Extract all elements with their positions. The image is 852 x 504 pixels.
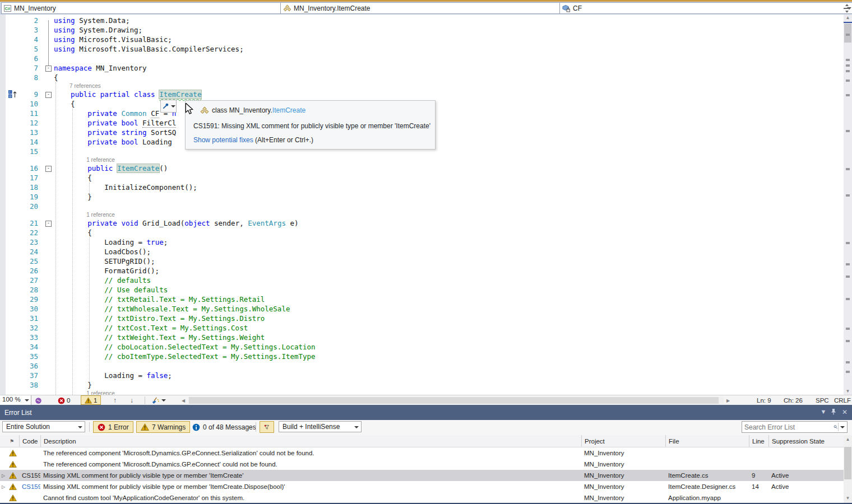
line-number[interactable]: 4 — [0, 35, 39, 44]
severity-flag-icon[interactable]: ⚑ — [7, 435, 19, 447]
error-row[interactable]: ▷ CS1591 Missing XML comment for publicl… — [0, 470, 844, 481]
code-line[interactable]: 24 LoadCbos(); — [0, 247, 844, 256]
error-row[interactable]: Cannot find custom tool 'MyApplicationCo… — [0, 492, 844, 503]
line-number[interactable]: 19 — [0, 193, 39, 201]
line-number[interactable]: 14 — [0, 138, 39, 146]
code-line[interactable]: 16- public ItemCreate() — [0, 164, 844, 173]
line-number[interactable]: 18 — [0, 183, 39, 192]
code-line[interactable]: 34 // cboLocation.SelectedText = My.Sett… — [0, 342, 844, 352]
row-expander[interactable]: ▷ — [0, 473, 7, 478]
code-line[interactable]: 36 — [0, 361, 844, 371]
code-line[interactable]: 3using System.Drawing; — [0, 25, 844, 35]
errors-filter-button[interactable]: 1 Error — [93, 421, 133, 433]
code-line[interactable]: 2using System.Data; — [0, 16, 844, 25]
code-cleanup-button[interactable] — [151, 395, 166, 405]
line-number[interactable]: 8 — [0, 73, 39, 82]
code-line[interactable]: 25 SETUPgRID(); — [0, 256, 844, 266]
code-line[interactable]: 19 } — [0, 192, 844, 202]
split-editor-handle[interactable] — [843, 4, 851, 13]
error-row[interactable]: ▷ CS1591 Missing XML comment for publicl… — [0, 481, 844, 492]
code-line[interactable]: 22 { — [0, 228, 844, 237]
error-list-scrollbar[interactable]: ▲ ▼ — [844, 435, 852, 503]
fold-toggle[interactable]: - — [45, 66, 52, 72]
intellicode-button[interactable] — [35, 395, 42, 405]
line-number[interactable]: 30 — [0, 305, 39, 313]
scroll-down-arrow[interactable]: ▼ — [844, 388, 852, 395]
type-dropdown[interactable]: MN_Inventory.ItemCreate — [280, 2, 569, 14]
code-line[interactable]: 31 // txtDistro.Text = My.Settings.Distr… — [0, 314, 844, 323]
code-line[interactable]: 32 // txtCost.Text = My.Settings.Cost — [0, 323, 844, 333]
close-icon[interactable]: ✕ — [841, 408, 849, 416]
code-line[interactable]: 38 } — [0, 380, 844, 390]
header-file[interactable]: File — [665, 435, 749, 447]
warning-indicator[interactable]: 1 — [81, 395, 101, 405]
line-number[interactable]: 22 — [0, 228, 39, 237]
line-number[interactable]: 23 — [0, 238, 39, 246]
header-line[interactable]: Line — [749, 435, 768, 447]
scroll-down-arrow[interactable]: ▼ — [844, 495, 852, 502]
editor-vertical-scrollbar[interactable]: ▲ ▼ — [844, 15, 852, 395]
code-line[interactable]: 28 // Use defaults — [0, 285, 844, 295]
line-number[interactable]: 7 — [0, 64, 39, 72]
codelens-references[interactable]: 1 reference — [0, 211, 844, 218]
line-number[interactable]: 31 — [0, 314, 39, 323]
line-number[interactable]: 17 — [0, 174, 39, 182]
quick-actions-button[interactable] — [160, 100, 177, 113]
cell-code[interactable]: CS1591 — [19, 483, 40, 490]
header-suppression-state[interactable]: Suppression State — [768, 435, 844, 447]
code-line[interactable]: 5using Microsoft.VisualBasic.CompilerSer… — [0, 44, 844, 54]
chevron-down-icon[interactable] — [840, 426, 845, 428]
window-position-chevron-icon[interactable]: ▼ — [819, 408, 827, 415]
code-line[interactable]: 8{ — [0, 73, 844, 82]
fold-toggle[interactable]: - — [45, 221, 52, 227]
codelens-references[interactable]: 1 reference — [0, 156, 844, 164]
fold-toggle[interactable]: - — [45, 166, 52, 172]
scrollbar-thumb[interactable] — [844, 447, 851, 479]
code-line[interactable]: 26 FormatGrid(); — [0, 266, 844, 276]
row-expander[interactable]: ▷ — [0, 484, 7, 489]
scroll-right-arrow[interactable]: ▶ — [726, 395, 730, 405]
show-potential-fixes-link[interactable]: Show potential fixes — [193, 136, 253, 144]
cell-code[interactable]: CS1591 — [19, 472, 40, 479]
header-description[interactable]: Description — [40, 435, 581, 447]
code-line[interactable]: 23 Loading = true; — [0, 237, 844, 247]
line-number[interactable]: 9 — [0, 90, 39, 99]
code-line[interactable]: 4using Microsoft.VisualBasic; — [0, 35, 844, 44]
next-issue-button[interactable]: ↓ — [130, 395, 133, 405]
search-input[interactable] — [742, 423, 834, 431]
member-dropdown[interactable]: CF — [559, 2, 852, 14]
code-line[interactable]: 17 { — [0, 173, 844, 183]
line-number[interactable]: 24 — [0, 248, 39, 256]
line-number[interactable]: 21 — [0, 219, 39, 227]
code-editor[interactable]: 2using System.Data;3using System.Drawing… — [0, 15, 844, 395]
line-number[interactable]: 28 — [0, 286, 39, 294]
code-line[interactable]: 21- private void Grid_Load(object sender… — [0, 218, 844, 228]
line-number[interactable]: 25 — [0, 257, 39, 265]
code-line[interactable]: 7-namespace MN_Inventory — [0, 63, 844, 73]
line-number[interactable]: 16 — [0, 164, 39, 172]
scroll-up-arrow[interactable]: ▲ — [844, 436, 852, 443]
line-number[interactable]: 6 — [0, 54, 39, 63]
line-number[interactable]: 37 — [0, 371, 39, 380]
code-line[interactable]: 9- public partial class ItemCreateI0 — [0, 90, 844, 99]
line-number[interactable]: 12 — [0, 119, 39, 127]
line-number[interactable]: 36 — [0, 362, 39, 370]
line-number[interactable]: 13 — [0, 128, 39, 137]
scrollbar-thumb[interactable] — [844, 24, 851, 43]
error-indicator[interactable]: 0 — [58, 395, 70, 405]
header-project[interactable]: Project — [581, 435, 665, 447]
line-number[interactable]: 35 — [0, 352, 39, 361]
editor-horizontal-scrollbar[interactable] — [188, 397, 724, 404]
line-number[interactable]: 15 — [0, 147, 39, 156]
error-list-title-bar[interactable]: Error List ▼ ✕ — [0, 405, 852, 420]
line-number[interactable]: 26 — [0, 267, 39, 275]
line-number[interactable]: 11 — [0, 109, 39, 118]
codelens-references[interactable]: 7 references — [0, 82, 844, 90]
zoom-dropdown[interactable]: 100 % — [0, 395, 31, 405]
scrollbar-thumb[interactable] — [189, 397, 719, 404]
search-icon[interactable] — [834, 423, 838, 431]
line-number[interactable]: 5 — [0, 45, 39, 53]
line-number[interactable]: 10 — [0, 100, 39, 108]
line-number[interactable]: 32 — [0, 324, 39, 332]
project-dropdown[interactable]: C# MN_Inventory — [1, 2, 290, 14]
